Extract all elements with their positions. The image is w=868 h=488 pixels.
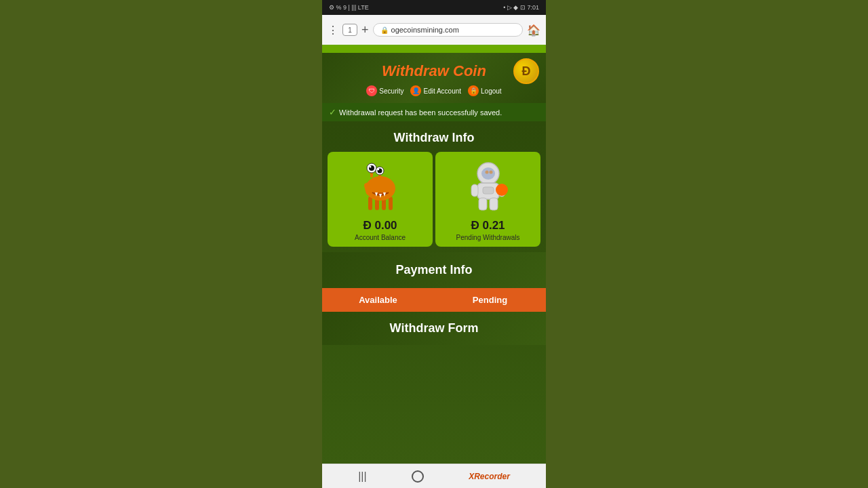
nav-edit-account[interactable]: 👤 Edit Account	[410, 85, 461, 96]
status-left: ⚙ % 9 | ||| LTE	[329, 4, 369, 11]
browser-tab-button[interactable]: 1	[342, 24, 357, 36]
logout-nav-icon: 🔒	[468, 85, 479, 96]
security-label: Security	[379, 87, 403, 95]
monster-illustration	[360, 157, 401, 216]
phone-frame: ⚙ % 9 | ||| LTE • ▷ ◆ ⊡ 7:01 ⋮ 1 + 🔒 oge…	[322, 0, 546, 488]
svg-point-24	[496, 184, 508, 196]
svg-point-10	[369, 166, 371, 168]
page-title: Withdraw Coin	[330, 62, 538, 80]
green-accent-bar	[322, 45, 546, 53]
url-text: ogecoinsmining.com	[391, 26, 459, 34]
account-balance-amount: Đ 0.00	[363, 219, 397, 232]
right-panel	[546, 0, 868, 488]
svg-rect-22	[471, 184, 478, 197]
tab-count: 1	[348, 26, 352, 34]
nav-logout[interactable]: 🔒 Logout	[468, 85, 502, 96]
payment-info-heading: Payment Info	[395, 263, 472, 277]
svg-rect-26	[490, 198, 498, 210]
payment-info-section: Payment Info	[322, 252, 546, 288]
success-message: Withdrawal request has been successfully…	[339, 108, 502, 117]
bottom-nav: ||| XRecorder	[322, 464, 546, 488]
page-header: Withdraw Coin 🛡 Security 👤 Edit Account …	[322, 53, 546, 103]
payment-tab-bar: Available Pending	[322, 288, 546, 312]
astronaut-illustration	[468, 157, 509, 216]
monster-svg	[360, 161, 401, 212]
success-icon: ✓	[329, 107, 336, 117]
status-bar: ⚙ % 9 | ||| LTE • ▷ ◆ ⊡ 7:01	[322, 0, 546, 15]
coin-avatar: Đ	[513, 58, 539, 84]
main-content: Withdraw Info	[322, 121, 546, 464]
svg-rect-0	[368, 197, 372, 210]
tab-pending[interactable]: Pending	[434, 288, 546, 312]
status-icons-left: ⚙ % 9 | ||| LTE	[329, 4, 369, 11]
svg-point-20	[489, 171, 492, 174]
browser-bar: ⋮ 1 + 🔒 ogecoinsmining.com 🏠	[322, 15, 546, 45]
withdraw-info-heading: Withdraw Info	[322, 121, 546, 152]
status-icons-right: • ▷ ◆ ⊡ 7:01	[503, 4, 539, 11]
nav-security[interactable]: 🛡 Security	[366, 85, 403, 96]
recorder-label: XRecorder	[469, 472, 510, 481]
security-icon: 🔒	[380, 26, 389, 34]
svg-rect-27	[483, 187, 494, 194]
account-balance-label: Account Balance	[355, 234, 406, 241]
browser-home-icon[interactable]: 🏠	[527, 24, 540, 37]
svg-point-13	[377, 169, 378, 170]
browser-new-tab-icon[interactable]: +	[361, 23, 369, 37]
svg-point-18	[481, 167, 495, 180]
pending-withdrawals-label: Pending Withdrawals	[456, 234, 520, 241]
home-button[interactable]	[412, 470, 424, 483]
success-banner: ✓ Withdrawal request has been successful…	[322, 103, 546, 121]
back-button[interactable]: |||	[358, 470, 366, 483]
account-balance-card: Đ 0.00 Account Balance	[328, 152, 433, 247]
tab-pending-label: Pending	[473, 295, 507, 305]
logout-label: Logout	[481, 87, 502, 95]
edit-account-label: Edit Account	[423, 87, 461, 95]
browser-menu-icon[interactable]: ⋮	[328, 24, 338, 37]
edit-account-nav-icon: 👤	[410, 85, 421, 96]
pending-withdrawals-amount: Đ 0.21	[471, 219, 505, 232]
cards-row: Đ 0.00 Account Balance	[328, 152, 540, 247]
tab-available[interactable]: Available	[322, 288, 434, 312]
security-nav-icon: 🛡	[366, 85, 377, 96]
browser-url-bar[interactable]: 🔒 ogecoinsmining.com	[373, 23, 523, 37]
withdraw-form-section: Withdraw Form	[322, 312, 546, 345]
withdraw-form-heading: Withdraw Form	[390, 321, 479, 335]
nav-links: 🛡 Security 👤 Edit Account 🔒 Logout	[330, 85, 538, 96]
astronaut-svg	[468, 161, 509, 212]
svg-rect-25	[479, 198, 487, 210]
pending-withdrawals-card: Đ 0.21 Pending Withdrawals	[435, 152, 540, 247]
tab-available-label: Available	[359, 295, 397, 305]
status-right: • ▷ ◆ ⊡ 7:01	[503, 4, 539, 11]
svg-rect-3	[389, 197, 393, 210]
left-panel	[0, 0, 322, 488]
svg-point-19	[485, 171, 488, 174]
